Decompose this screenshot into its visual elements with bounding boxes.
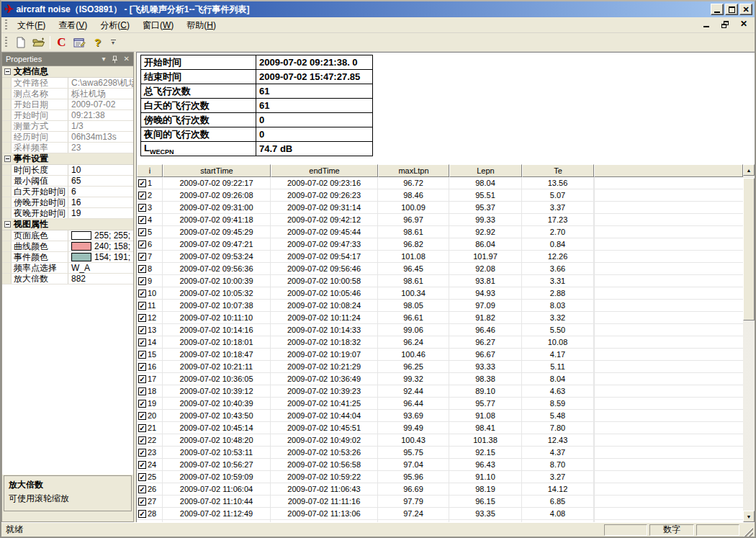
row-checkbox[interactable]: ✓	[138, 436, 146, 444]
row-checkbox[interactable]: ✓	[138, 253, 146, 261]
help-icon[interactable]: ?	[89, 35, 106, 50]
property-row[interactable]: 经历时间 06h34m13s	[2, 132, 133, 143]
table-row[interactable]: ✓ 6 2009-07-02 09:47:21 2009-07-02 09:47…	[137, 238, 743, 251]
properties-sheet-icon[interactable]	[71, 35, 88, 50]
maximize-button[interactable]	[725, 4, 738, 15]
column-header[interactable]: Te	[522, 164, 594, 177]
property-row[interactable]: 页面底色 255; 255; 25	[2, 230, 133, 241]
row-checkbox[interactable]: ✓	[138, 204, 146, 212]
row-checkbox[interactable]: ✓	[138, 277, 146, 285]
table-row[interactable]: ✓ 3 2009-07-02 09:31:00 2009-07-02 09:31…	[137, 202, 743, 214]
property-value[interactable]: 882	[68, 274, 133, 284]
property-row[interactable]: 白天开始时间 6	[2, 187, 133, 197]
row-checkbox[interactable]: ✓	[138, 326, 146, 334]
column-header[interactable]	[594, 164, 743, 177]
scrollbar-thumb[interactable]	[743, 178, 755, 320]
table-row[interactable]: ✓ 24 2009-07-02 10:56:27 2009-07-02 10:5…	[137, 459, 743, 471]
row-checkbox[interactable]: ✓	[138, 241, 146, 248]
menubar-grip[interactable]	[4, 19, 8, 31]
row-checkbox[interactable]: ✓	[138, 412, 146, 420]
table-row[interactable]: ✓ 27 2009-07-02 11:10:44 2009-07-02 11:1…	[137, 496, 743, 508]
row-checkbox[interactable]: ✓	[138, 302, 146, 310]
property-section-header[interactable]: 事件设置	[2, 153, 133, 165]
property-section-header[interactable]: 视图属性	[2, 219, 133, 230]
column-header[interactable]: maxLtpn	[378, 164, 449, 177]
row-checkbox[interactable]: ✓	[138, 192, 146, 199]
collapse-icon[interactable]	[4, 156, 11, 162]
column-header[interactable]: i	[137, 164, 163, 177]
row-checkbox[interactable]: ✓	[138, 351, 146, 359]
table-row[interactable]: ✓ 16 2009-07-02 10:21:11 2009-07-02 10:2…	[137, 361, 743, 373]
property-row[interactable]: 事件颜色 154; 191; 18	[2, 252, 133, 263]
property-row[interactable]: 最小阈值 65	[2, 176, 133, 187]
property-row[interactable]: 测点名称 栎社机场	[2, 89, 133, 99]
minimize-button[interactable]	[711, 4, 724, 15]
menu-item-w[interactable]: 窗口(W)	[136, 18, 180, 32]
row-checkbox[interactable]: ✓	[138, 387, 146, 395]
panel-close-icon[interactable]: ✕	[124, 55, 130, 63]
table-row[interactable]: ✓ 26 2009-07-02 11:06:04 2009-07-02 11:0…	[137, 483, 743, 496]
property-value[interactable]: 154; 191; 18	[68, 252, 133, 262]
property-row[interactable]: 频率点选择 W_A	[2, 263, 133, 274]
property-row[interactable]: 采样频率 23	[2, 143, 133, 153]
pin-icon[interactable]	[112, 55, 118, 63]
table-row[interactable]: ✓ 1 2009-07-02 09:22:17 2009-07-02 09:23…	[137, 177, 743, 189]
table-row[interactable]: ✓ 8 2009-07-02 09:56:36 2009-07-02 09:56…	[137, 263, 743, 275]
property-value[interactable]: 255; 255; 25	[68, 230, 133, 241]
resize-grip[interactable]	[743, 526, 753, 537]
row-checkbox[interactable]: ✓	[138, 290, 146, 297]
table-row[interactable]: ✓ 13 2009-07-02 10:14:16 2009-07-02 10:1…	[137, 324, 743, 336]
panel-menu-chevron-icon[interactable]: ▾	[102, 55, 106, 63]
row-checkbox[interactable]: ✓	[138, 473, 146, 481]
row-checkbox[interactable]: ✓	[138, 339, 146, 346]
row-checkbox[interactable]: ✓	[138, 510, 146, 518]
menu-item-v[interactable]: 查看(V)	[52, 18, 94, 32]
collapse-icon[interactable]	[4, 68, 11, 75]
table-row[interactable]: ✓ 21 2009-07-02 10:45:14 2009-07-02 10:4…	[137, 422, 743, 434]
row-checkbox[interactable]: ✓	[138, 179, 146, 187]
scroll-down-icon[interactable]: ▼	[743, 511, 755, 522]
property-value[interactable]: 240; 158; 15	[68, 241, 133, 251]
row-checkbox[interactable]: ✓	[138, 449, 146, 457]
table-row[interactable]: ✓ 9 2009-07-02 10:00:39 2009-07-02 10:00…	[137, 275, 743, 287]
color-swatch[interactable]	[71, 242, 91, 251]
color-swatch[interactable]	[71, 253, 91, 261]
property-value[interactable]: 19	[68, 208, 133, 218]
row-checkbox[interactable]: ✓	[138, 363, 146, 371]
new-document-icon[interactable]	[12, 35, 29, 50]
color-swatch[interactable]	[71, 231, 91, 240]
table-row[interactable]: ✓ 17 2009-07-02 10:36:05 2009-07-02 10:3…	[137, 373, 743, 385]
menu-item-f[interactable]: 文件(F)	[11, 18, 52, 32]
table-row[interactable]: ✓ 5 2009-07-02 09:45:29 2009-07-02 09:45…	[137, 226, 743, 238]
property-value[interactable]: 2009-07-02	[68, 99, 133, 109]
property-row[interactable]: 曲线颜色 240; 158; 15	[2, 241, 133, 252]
property-value[interactable]: 6	[68, 187, 133, 197]
row-checkbox[interactable]: ✓	[138, 228, 146, 236]
collapse-icon[interactable]	[4, 221, 11, 228]
table-row[interactable]: ✓ 23 2009-07-02 10:53:11 2009-07-02 10:5…	[137, 447, 743, 459]
property-value[interactable]: 09:21:38	[68, 110, 133, 120]
column-header[interactable]: endTime	[271, 164, 378, 177]
mdi-restore-button[interactable]	[720, 19, 730, 29]
mdi-minimize-button[interactable]	[701, 19, 711, 29]
toolbar-grip[interactable]	[4, 37, 8, 48]
property-value[interactable]: 06h34m13s	[68, 132, 133, 142]
property-row[interactable]: 开始时间 09:21:38	[2, 110, 133, 121]
property-value[interactable]: 栎社机场	[68, 88, 133, 100]
close-button[interactable]: ✕	[739, 4, 752, 15]
table-row[interactable]: ✓ 2 2009-07-02 09:26:08 2009-07-02 09:26…	[137, 189, 743, 202]
row-checkbox[interactable]: ✓	[138, 216, 146, 224]
mdi-close-button[interactable]: ✕	[739, 19, 749, 29]
property-row[interactable]: 放大倍数 882	[2, 274, 133, 284]
vertical-scrollbar[interactable]: ▲ ▼	[743, 164, 755, 522]
property-value[interactable]: 1/3	[68, 121, 133, 131]
table-row[interactable]: ✓ 25 2009-07-02 10:59:09 2009-07-02 10:5…	[137, 471, 743, 483]
table-row[interactable]: ✓ 4 2009-07-02 09:41:18 2009-07-02 09:42…	[137, 214, 743, 226]
table-row[interactable]: ✓ 15 2009-07-02 10:18:47 2009-07-02 10:1…	[137, 349, 743, 361]
scroll-up-icon[interactable]: ▲	[743, 164, 755, 176]
open-folder-icon[interactable]	[30, 35, 47, 50]
table-row[interactable]: ✓ 20 2009-07-02 10:43:50 2009-07-02 10:4…	[137, 410, 743, 422]
property-value[interactable]: 10	[68, 165, 133, 175]
table-row[interactable]: ✓ 12 2009-07-02 10:11:10 2009-07-02 10:1…	[137, 312, 743, 324]
property-row[interactable]: 傍晚开始时间 16	[2, 197, 133, 208]
